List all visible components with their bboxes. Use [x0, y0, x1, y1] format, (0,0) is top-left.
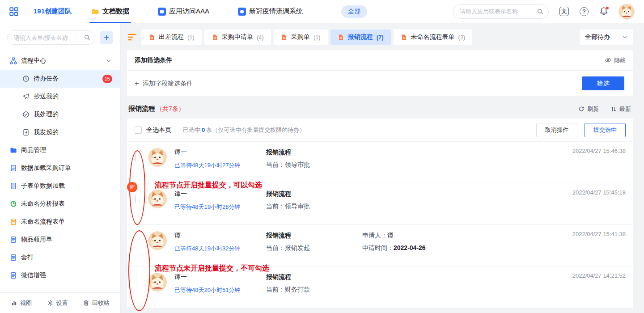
clock-icon [22, 75, 30, 82]
flow-tab-reimbursement[interactable]: 报销流程 (7) [330, 30, 391, 45]
flow-tab-unnamed-flow-form[interactable]: 未命名流程表单 (2) [394, 30, 473, 45]
flow-tab-business-trip[interactable]: 出差流程 (1) [141, 30, 202, 45]
item-checkbox[interactable] [135, 195, 136, 203]
app-icon [238, 8, 246, 16]
hide-filter-button[interactable]: 隐藏 [605, 56, 626, 64]
apply-time-label: 申请时间： [362, 244, 394, 251]
flow-tab-label: 采购单 [291, 33, 310, 41]
sidebar-item-unnamed-report[interactable]: 未命名分析报表 [0, 195, 120, 213]
flow-tab-count: (7) [377, 34, 384, 41]
eye-off-icon [605, 57, 611, 63]
sidebar-item-label: 数据加载采购订单 [21, 164, 71, 172]
app-grid-icon[interactable] [9, 7, 19, 17]
avatar [148, 190, 167, 208]
flow-tab-purchase-order[interactable]: 采购单 (1) [274, 30, 328, 45]
filter-button[interactable]: 筛选 [582, 76, 624, 90]
doc-icon [148, 34, 155, 41]
sort-newest-button[interactable]: 最新 [610, 105, 631, 113]
submit-selected-button[interactable]: 提交选中 [585, 123, 626, 137]
sidebar-item-label: 我处理的 [34, 110, 59, 118]
sidebar-item-print-template[interactable]: 套打 [0, 249, 120, 266]
folder-icon [91, 8, 99, 16]
sidebar-item-process-center[interactable]: 流程中心 [0, 52, 120, 70]
todo-list-item[interactable]: 谭一 已等待48天19小时28分钟 报销流程 当前：领导审批 2022/04/2… [127, 183, 633, 225]
document-icon [10, 182, 17, 190]
sidebar-item-wechat-enhance[interactable]: 微信增强 [0, 266, 120, 284]
select-all-checkbox[interactable] [135, 127, 142, 134]
add-filter-field-button[interactable]: + 添加字段筛选条件 [135, 79, 193, 88]
sidebar-search-row: + [0, 23, 120, 49]
item-timestamp: 2022/04/27 15:41:38 [572, 231, 626, 237]
sidebar-item-label: 未命名分析报表 [21, 200, 65, 208]
form-search-input[interactable] [7, 30, 95, 45]
all-apps-pill[interactable]: 全部 [341, 5, 367, 18]
notification-bell-icon[interactable] [599, 7, 608, 17]
add-form-button[interactable]: + [100, 31, 113, 44]
sidebar-item-product-mgmt[interactable]: 商品管理 [0, 141, 120, 159]
waiting-time: 已等待48天20小时51分钟 [174, 286, 266, 294]
search-icon [84, 34, 91, 41]
doc-icon [281, 34, 288, 41]
doc-icon [338, 34, 344, 41]
select-all-label: 全选本页 [146, 126, 171, 134]
refresh-label: 刷新 [587, 105, 599, 113]
nav-tab-label: 新冠疫情流调系统 [249, 7, 303, 16]
pie-chart-icon [10, 200, 17, 207]
nav-tab-app-access[interactable]: 应用访问AAA [155, 0, 212, 23]
sidebar-item-handled-by-me[interactable]: 我处理的 [0, 106, 120, 123]
cat-avatar-icon [619, 4, 634, 19]
cancel-operation-button[interactable]: 取消操作 [536, 123, 577, 137]
refresh-button[interactable]: 刷新 [578, 105, 599, 113]
sidebar-item-subform-data-load[interactable]: 子表单数据加载 [0, 177, 120, 195]
team-name[interactable]: 191创建团队 [34, 7, 72, 16]
help-icon[interactable]: ? [580, 7, 589, 16]
views-button[interactable]: 视图 [11, 299, 32, 307]
chevron-down-icon [622, 34, 628, 40]
folder-icon [10, 147, 17, 154]
applicant-name: 谭一 [174, 232, 266, 240]
sort-label: 最新 [619, 105, 631, 113]
avatar [148, 231, 167, 250]
document-icon [10, 218, 17, 225]
gear-icon [47, 300, 54, 306]
todo-list-item[interactable]: 谭一 已等待48天19小时32分钟 报销流程 当前：报销发起 申请人：谭一 申请… [127, 225, 633, 266]
global-search-input[interactable] [453, 4, 549, 19]
nav-tab-label: 文档数据 [102, 7, 129, 16]
sidebar-item-label: 子表单数据加载 [21, 182, 65, 190]
topbar-right: 文 ? [453, 4, 634, 19]
sidebar-item-started-by-me[interactable]: 我发起的 [0, 123, 120, 141]
search-icon [537, 8, 544, 15]
sidebar-tree: 流程中心 待办任务 15 抄送我的 我处理的 我发起的 [0, 49, 120, 292]
sidebar: + 流程中心 待办任务 15 抄送我的 我处理的 [0, 23, 121, 313]
item-checkbox[interactable] [135, 153, 136, 161]
waiting-time: 已等待48天19小时32分钟 [174, 245, 266, 253]
todo-filter-dropdown[interactable]: 全部待办 [580, 30, 633, 45]
sidebar-item-todo-tasks[interactable]: 待办任务 15 [0, 70, 120, 88]
todo-list-item[interactable]: 谭一 已等待48天19小时27分钟 报销流程 当前：领导审批 2022/04/2… [127, 142, 633, 183]
footer-label: 视图 [20, 299, 32, 307]
settings-button[interactable]: 设置 [47, 299, 68, 307]
app-icon [158, 8, 166, 16]
flow-tab-purchase-request[interactable]: 采购申请单 (4) [204, 30, 271, 45]
item-timestamp: 2022/04/27 14:21:52 [572, 272, 626, 279]
todo-list-item[interactable]: 谭一 已等待48天20小时51分钟 报销流程 当前：财务打款 2022/04/2… [127, 266, 633, 308]
avatar [148, 148, 167, 167]
divider [26, 8, 26, 16]
sidebar-item-data-load-order[interactable]: 数据加载采购订单 [0, 159, 120, 177]
doc-icon [401, 34, 407, 41]
recycle-bin-button[interactable]: 回收站 [83, 299, 110, 307]
collapse-list-icon[interactable] [127, 32, 137, 42]
applicant-value: 谭一 [387, 232, 400, 239]
sidebar-item-cc-to-me[interactable]: 抄送我的 [0, 88, 120, 106]
language-icon[interactable]: 文 [559, 7, 569, 16]
waiting-time: 已等待48天19小时28分钟 [174, 203, 266, 211]
footer-label: 设置 [56, 299, 68, 307]
user-avatar[interactable] [619, 4, 634, 19]
nav-tab-covid-system[interactable]: 新冠疫情流调系统 [235, 0, 305, 23]
sidebar-item-unnamed-flow-form[interactable]: 未命名流程表单 [0, 213, 120, 231]
flow-tab-label: 采购申请单 [222, 33, 253, 41]
cat-avatar-icon [148, 148, 167, 167]
sidebar-item-item-requisition[interactable]: 物品领用单 [0, 231, 120, 249]
notification-dot [606, 6, 609, 10]
nav-tab-doc-data[interactable]: 文档数据 [89, 0, 132, 23]
